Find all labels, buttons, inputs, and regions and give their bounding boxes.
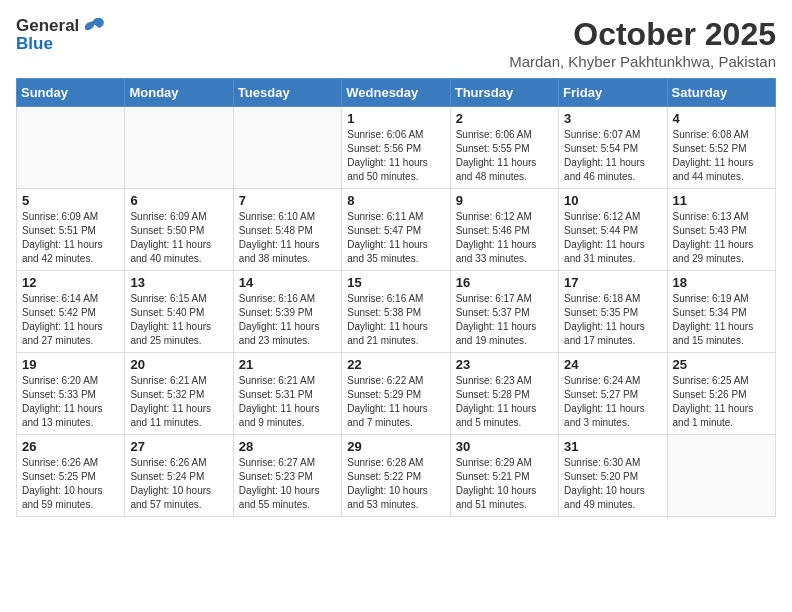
day-info: Sunrise: 6:30 AMSunset: 5:20 PMDaylight:… [564,456,661,512]
day-of-week-header: Thursday [450,79,558,107]
day-info: Sunrise: 6:13 AMSunset: 5:43 PMDaylight:… [673,210,770,266]
day-info: Sunrise: 6:17 AMSunset: 5:37 PMDaylight:… [456,292,553,348]
day-number: 16 [456,275,553,290]
day-info: Sunrise: 6:19 AMSunset: 5:34 PMDaylight:… [673,292,770,348]
day-number: 4 [673,111,770,126]
calendar-cell: 4Sunrise: 6:08 AMSunset: 5:52 PMDaylight… [667,107,775,189]
day-info: Sunrise: 6:09 AMSunset: 5:50 PMDaylight:… [130,210,227,266]
day-info: Sunrise: 6:27 AMSunset: 5:23 PMDaylight:… [239,456,336,512]
calendar-week-row: 5Sunrise: 6:09 AMSunset: 5:51 PMDaylight… [17,189,776,271]
day-info: Sunrise: 6:26 AMSunset: 5:24 PMDaylight:… [130,456,227,512]
day-number: 18 [673,275,770,290]
day-info: Sunrise: 6:15 AMSunset: 5:40 PMDaylight:… [130,292,227,348]
logo-bird-icon [83,17,105,35]
day-number: 14 [239,275,336,290]
calendar-cell [17,107,125,189]
calendar-cell [667,435,775,517]
day-number: 20 [130,357,227,372]
calendar-cell: 17Sunrise: 6:18 AMSunset: 5:35 PMDayligh… [559,271,667,353]
day-number: 8 [347,193,444,208]
calendar-cell: 14Sunrise: 6:16 AMSunset: 5:39 PMDayligh… [233,271,341,353]
day-number: 1 [347,111,444,126]
day-number: 26 [22,439,119,454]
day-number: 5 [22,193,119,208]
day-info: Sunrise: 6:21 AMSunset: 5:32 PMDaylight:… [130,374,227,430]
day-number: 6 [130,193,227,208]
calendar-cell: 29Sunrise: 6:28 AMSunset: 5:22 PMDayligh… [342,435,450,517]
day-info: Sunrise: 6:26 AMSunset: 5:25 PMDaylight:… [22,456,119,512]
calendar-cell: 15Sunrise: 6:16 AMSunset: 5:38 PMDayligh… [342,271,450,353]
day-number: 22 [347,357,444,372]
day-number: 10 [564,193,661,208]
logo-general-text: General [16,16,79,36]
calendar-cell: 10Sunrise: 6:12 AMSunset: 5:44 PMDayligh… [559,189,667,271]
day-info: Sunrise: 6:18 AMSunset: 5:35 PMDaylight:… [564,292,661,348]
day-number: 3 [564,111,661,126]
calendar-cell: 22Sunrise: 6:22 AMSunset: 5:29 PMDayligh… [342,353,450,435]
calendar-cell: 18Sunrise: 6:19 AMSunset: 5:34 PMDayligh… [667,271,775,353]
day-info: Sunrise: 6:12 AMSunset: 5:46 PMDaylight:… [456,210,553,266]
day-info: Sunrise: 6:25 AMSunset: 5:26 PMDaylight:… [673,374,770,430]
day-of-week-header: Friday [559,79,667,107]
day-number: 13 [130,275,227,290]
day-info: Sunrise: 6:16 AMSunset: 5:39 PMDaylight:… [239,292,336,348]
day-number: 17 [564,275,661,290]
day-number: 24 [564,357,661,372]
day-number: 9 [456,193,553,208]
calendar-cell: 5Sunrise: 6:09 AMSunset: 5:51 PMDaylight… [17,189,125,271]
day-number: 30 [456,439,553,454]
day-info: Sunrise: 6:11 AMSunset: 5:47 PMDaylight:… [347,210,444,266]
calendar-cell: 31Sunrise: 6:30 AMSunset: 5:20 PMDayligh… [559,435,667,517]
day-info: Sunrise: 6:16 AMSunset: 5:38 PMDaylight:… [347,292,444,348]
day-number: 7 [239,193,336,208]
day-number: 19 [22,357,119,372]
day-info: Sunrise: 6:06 AMSunset: 5:55 PMDaylight:… [456,128,553,184]
day-info: Sunrise: 6:06 AMSunset: 5:56 PMDaylight:… [347,128,444,184]
calendar-week-row: 26Sunrise: 6:26 AMSunset: 5:25 PMDayligh… [17,435,776,517]
day-number: 11 [673,193,770,208]
day-info: Sunrise: 6:23 AMSunset: 5:28 PMDaylight:… [456,374,553,430]
calendar-cell: 3Sunrise: 6:07 AMSunset: 5:54 PMDaylight… [559,107,667,189]
logo: General Blue [16,16,105,54]
calendar-week-row: 12Sunrise: 6:14 AMSunset: 5:42 PMDayligh… [17,271,776,353]
calendar-cell [125,107,233,189]
month-title: October 2025 [509,16,776,53]
calendar-cell: 25Sunrise: 6:25 AMSunset: 5:26 PMDayligh… [667,353,775,435]
day-number: 28 [239,439,336,454]
day-info: Sunrise: 6:20 AMSunset: 5:33 PMDaylight:… [22,374,119,430]
day-number: 25 [673,357,770,372]
day-number: 21 [239,357,336,372]
day-of-week-header: Sunday [17,79,125,107]
day-info: Sunrise: 6:22 AMSunset: 5:29 PMDaylight:… [347,374,444,430]
day-info: Sunrise: 6:07 AMSunset: 5:54 PMDaylight:… [564,128,661,184]
title-section: October 2025 Mardan, Khyber Pakhtunkhwa,… [509,16,776,70]
day-info: Sunrise: 6:14 AMSunset: 5:42 PMDaylight:… [22,292,119,348]
day-number: 2 [456,111,553,126]
calendar-cell [233,107,341,189]
calendar-cell: 12Sunrise: 6:14 AMSunset: 5:42 PMDayligh… [17,271,125,353]
day-info: Sunrise: 6:09 AMSunset: 5:51 PMDaylight:… [22,210,119,266]
day-of-week-header: Monday [125,79,233,107]
day-info: Sunrise: 6:08 AMSunset: 5:52 PMDaylight:… [673,128,770,184]
day-info: Sunrise: 6:21 AMSunset: 5:31 PMDaylight:… [239,374,336,430]
calendar-cell: 28Sunrise: 6:27 AMSunset: 5:23 PMDayligh… [233,435,341,517]
day-info: Sunrise: 6:29 AMSunset: 5:21 PMDaylight:… [456,456,553,512]
day-of-week-header: Tuesday [233,79,341,107]
day-info: Sunrise: 6:10 AMSunset: 5:48 PMDaylight:… [239,210,336,266]
day-info: Sunrise: 6:28 AMSunset: 5:22 PMDaylight:… [347,456,444,512]
calendar-cell: 19Sunrise: 6:20 AMSunset: 5:33 PMDayligh… [17,353,125,435]
location-text: Mardan, Khyber Pakhtunkhwa, Pakistan [509,53,776,70]
day-number: 23 [456,357,553,372]
day-number: 31 [564,439,661,454]
calendar-week-row: 1Sunrise: 6:06 AMSunset: 5:56 PMDaylight… [17,107,776,189]
day-number: 12 [22,275,119,290]
calendar-cell: 16Sunrise: 6:17 AMSunset: 5:37 PMDayligh… [450,271,558,353]
calendar-cell: 30Sunrise: 6:29 AMSunset: 5:21 PMDayligh… [450,435,558,517]
day-of-week-header: Wednesday [342,79,450,107]
calendar-cell: 7Sunrise: 6:10 AMSunset: 5:48 PMDaylight… [233,189,341,271]
calendar-cell: 8Sunrise: 6:11 AMSunset: 5:47 PMDaylight… [342,189,450,271]
day-info: Sunrise: 6:24 AMSunset: 5:27 PMDaylight:… [564,374,661,430]
day-number: 29 [347,439,444,454]
calendar-cell: 6Sunrise: 6:09 AMSunset: 5:50 PMDaylight… [125,189,233,271]
calendar-cell: 13Sunrise: 6:15 AMSunset: 5:40 PMDayligh… [125,271,233,353]
